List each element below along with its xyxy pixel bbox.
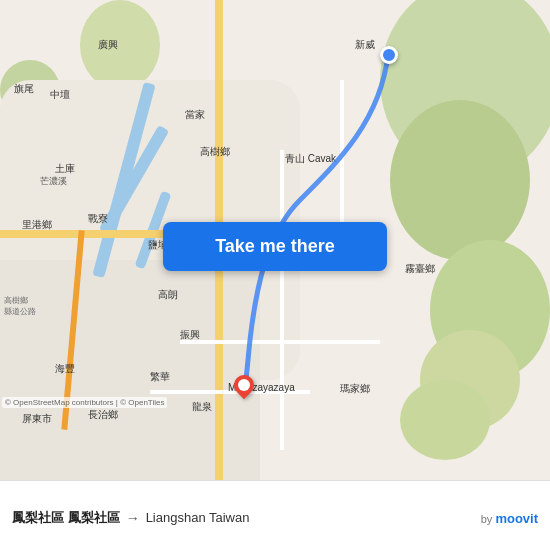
forest-area <box>400 380 490 460</box>
origin-marker <box>380 46 398 64</box>
to-label: Liangshan Taiwan <box>146 510 250 525</box>
bottom-bar-main: 鳳梨社區 鳳梨社區 → Liangshan Taiwan by moovit <box>12 509 538 527</box>
side-road2 <box>180 340 380 344</box>
side-road4 <box>340 80 344 230</box>
take-me-there-button[interactable]: Take me there <box>163 222 387 271</box>
forest-area <box>390 100 530 260</box>
bottom-bar: 鳳梨社區 鳳梨社區 → Liangshan Taiwan by moovit <box>0 480 550 550</box>
forest-area <box>80 0 160 90</box>
moovit-logo: by moovit <box>481 509 538 527</box>
map-container: 廣興 新威 旗尾 中壇 當家 高樹鄉 青山 Cavak 土庫 芒濃溪 里港鄉 戰… <box>0 0 550 480</box>
map-copyright: © OpenStreetMap contributors | © OpenTil… <box>2 397 167 408</box>
from-label: 鳳梨社區 鳳梨社區 <box>12 509 120 527</box>
destination-marker <box>232 375 256 405</box>
moovit-brand: moovit <box>495 511 538 526</box>
destination-info: 鳳梨社區 鳳梨社區 → Liangshan Taiwan <box>12 509 249 527</box>
side-road <box>280 150 284 450</box>
side-road3 <box>150 390 310 394</box>
arrow-icon: → <box>126 510 140 526</box>
